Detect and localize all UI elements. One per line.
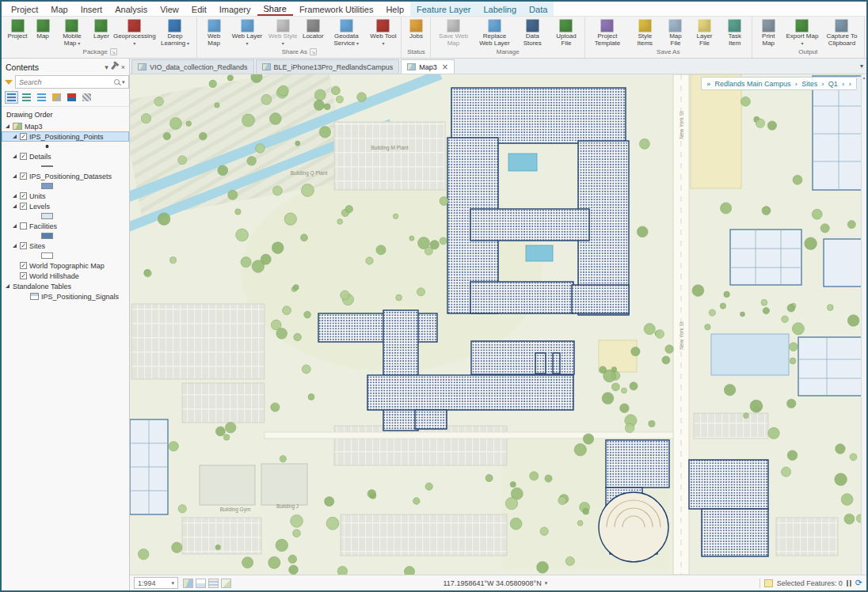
snapping-icon[interactable] [221,579,231,588]
search-caret-icon[interactable]: ▾ [122,79,125,85]
expander-icon[interactable] [12,134,17,139]
tree-item-levels[interactable]: ✓Levels [2,201,129,211]
scale-selector[interactable]: 1:994 ▾ [134,577,178,589]
tree-item-ips-positioning-datasets[interactable]: ✓IPS_Positioning_Datasets [2,171,129,181]
expander-icon[interactable] [12,154,17,159]
ribbon-button-capture-to-clipboard[interactable]: Capture To Clipboard [822,17,862,47]
ribbon-button-locator[interactable]: Locator [301,17,325,40]
ribbon-tab-share[interactable]: Share [257,2,293,16]
layer-checkbox[interactable]: ✓ [20,203,27,210]
ribbon-button-web-tool[interactable]: Web Tool ▾ [367,17,398,47]
layer-checkbox[interactable]: ✓ [20,173,27,180]
dialog-launcher-icon[interactable]: ↘ [310,48,317,55]
layer-checkbox[interactable]: ✓ [20,272,27,279]
tree-item-map3[interactable]: Map3 [2,121,129,131]
ribbon-button-map-file[interactable]: Map File [663,17,688,47]
tree-item-world-topographic-map[interactable]: ✓World Topographic Map [2,260,129,271]
refresh-icon[interactable]: ⟳ [855,578,862,588]
ribbon-button-geoprocessing[interactable]: Geoprocessing ▾ [115,17,154,47]
ribbon-button-replace-web-layer[interactable]: Replace Web Layer [474,17,514,47]
ribbon-button-data-stores[interactable]: Data Stores [516,17,549,47]
layer-checkbox[interactable]: ✓ [20,242,27,249]
ribbon-button-web-layer[interactable]: Web Layer ▾ [230,17,265,47]
expander-icon[interactable] [12,173,17,179]
legend-swatch-icon[interactable] [41,163,53,169]
map-canvas[interactable]: Building Q Plant Building M Plant Buildi… [130,74,866,575]
tree-item-details[interactable]: ✓Details [2,151,129,161]
map-view[interactable]: Building Q Plant Building M Plant Buildi… [130,74,866,575]
ribbon-button-web-map[interactable]: Web Map [200,17,228,47]
list-by-source-icon[interactable] [20,91,33,104]
expander-icon[interactable] [12,223,17,229]
pause-drawing-icon[interactable] [847,580,851,586]
expand-floor-filter-icon[interactable]: » [706,80,711,88]
basemap-icon[interactable] [183,579,193,588]
layout-view-icon[interactable] [196,579,206,588]
list-by-labeling-icon[interactable] [80,91,93,104]
ribbon-button-mobile-map[interactable]: Mobile Map ▾ [56,17,88,47]
expander-icon[interactable] [5,123,10,129]
layer-checkbox[interactable]: ✓ [20,262,27,269]
legend-symbol-fill-blue[interactable] [2,181,129,191]
tree-item-ips-positioning-points[interactable]: ✓IPS_Positioning_Points [2,131,129,142]
ribbon-tab-edit[interactable]: Edit [185,2,213,16]
table-view-icon[interactable] [208,579,219,588]
ribbon-tab-analysis[interactable]: Analysis [108,2,154,16]
map-scrollbar[interactable]: ▴ [861,74,866,575]
expander-icon[interactable] [12,203,17,209]
coordinates-display[interactable]: 117.1958641°W 34.0580908°N ▾ [444,579,548,587]
ribbon-button-project-template[interactable]: Project Template [588,17,627,47]
floor-prev-icon[interactable]: ‹ [842,80,845,88]
tab-overflow-chevron-icon[interactable]: ▾ [860,63,863,70]
legend-symbol-fill-lightblue[interactable] [2,211,129,221]
floor-crumb-q1[interactable]: Q1 [828,80,838,88]
ribbon-button-layer-file[interactable]: Layer File [690,17,719,47]
tree-item-ips-positioning-signals[interactable]: IPS_Positioning_Signals [2,291,129,302]
expander-icon[interactable] [12,243,17,249]
list-by-drawing-order-icon[interactable] [5,91,18,104]
tree-item-sites[interactable]: ✓Sites [2,241,129,251]
expander-icon[interactable] [12,193,17,199]
list-by-selection-icon[interactable] [35,91,48,104]
search-box[interactable]: ▾ [15,75,129,89]
floor-next-icon[interactable]: › [848,80,851,88]
ribbon-button-upload-file[interactable]: Upload File [550,17,582,47]
ribbon-tab-labeling[interactable]: Labeling [478,2,523,16]
ribbon-tab-map[interactable]: Map [44,2,74,16]
tree-item-world-hillshade[interactable]: ✓World Hillshade [2,271,129,281]
ribbon-button-deep-learning[interactable]: Deep Learning ▾ [156,17,195,47]
ribbon-button-geodata-service[interactable]: Geodata Service ▾ [326,17,366,47]
list-by-editing-icon[interactable] [50,91,63,104]
ribbon-tab-data[interactable]: Data [523,2,554,16]
floor-crumb-sites[interactable]: Sites [801,80,817,88]
pane-menu-chevron-icon[interactable]: ▾ [105,63,108,71]
ribbon-button-map[interactable]: Map [31,17,55,40]
legend-swatch-icon[interactable] [41,183,53,189]
close-tab-icon[interactable]: × [442,63,448,71]
close-pane-icon[interactable]: × [121,63,125,71]
floor-crumb-redlands-main-campus[interactable]: Redlands Main Campus [714,80,790,88]
expander-icon[interactable] [5,283,10,289]
ribbon-button-project[interactable]: Project [6,17,29,40]
layer-checkbox[interactable]: ✓ [20,153,27,160]
ribbon-tab-view[interactable]: View [154,2,185,16]
ribbon-button-style-items[interactable]: Style Items [629,17,661,47]
legend-swatch-icon[interactable] [41,252,53,259]
ribbon-button-layer[interactable]: Layer [89,17,113,40]
search-input[interactable] [19,78,112,86]
legend-symbol-fill-white[interactable] [2,251,129,260]
legend-swatch-icon[interactable] [41,213,53,219]
legend-swatch-icon[interactable] [41,143,53,150]
tree-item-standalone-tables[interactable]: Standalone Tables [2,281,129,291]
list-by-snapping-icon[interactable] [65,91,78,104]
ribbon-tab-project[interactable]: Project [5,2,44,16]
ribbon-button-jobs[interactable]: Jobs [404,17,428,40]
ribbon-button-print-map[interactable]: Print Map [755,17,782,47]
ribbon-tab-framework-utilities[interactable]: Framework Utilities [293,2,380,16]
ribbon-tab-help[interactable]: Help [379,2,410,16]
legend-symbol-fill-midblue[interactable] [2,231,129,241]
tree-item-units[interactable]: ✓Units [2,191,129,201]
view-tab-vio-data-collection-redlands[interactable]: VIO_data_collection_Redlands [131,59,254,74]
legend-symbol-line[interactable] [2,161,129,171]
view-tab-ble-iphone13pro-redlandscampus[interactable]: BLE_iPhone13Pro_RedlandsCampus [256,59,400,74]
